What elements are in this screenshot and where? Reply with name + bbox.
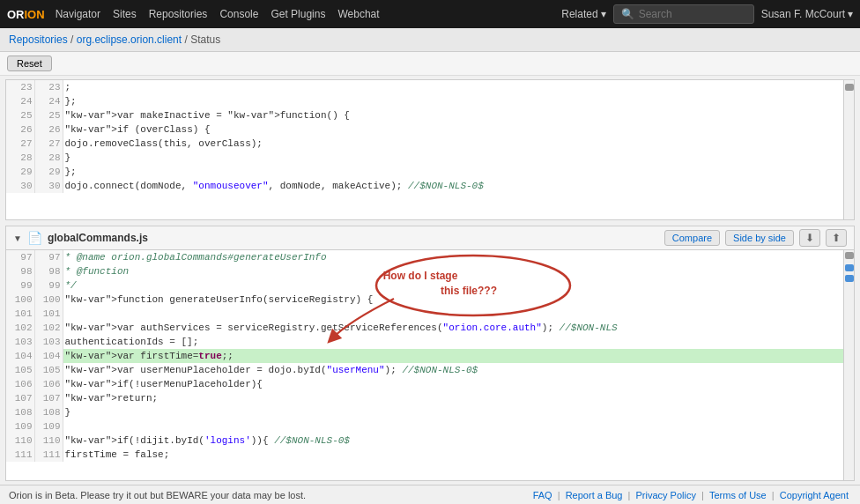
breadcrumb-repositories[interactable]: Repositories [9, 33, 68, 46]
line-code: }; [63, 165, 843, 179]
search-icon: 🔍 [621, 8, 634, 20]
compare-button[interactable]: Compare [664, 230, 720, 246]
line-code: } [63, 405, 843, 419]
nav-links: Navigator Sites Repositories Console Get… [56, 8, 562, 20]
statusbar-text: Orion is in Beta. Please try it out but … [9, 490, 306, 500]
nav-navigator[interactable]: Navigator [56, 8, 100, 20]
line-num-right: 111 [34, 448, 63, 462]
table-row: 100100 "kw-var">function generateUserInf… [6, 293, 843, 307]
table-row: 104104 "kw-var">var firstTime=true;; [6, 349, 843, 363]
line-code: */ [63, 278, 843, 293]
breadcrumb-current: Status [190, 33, 220, 46]
line-num-left: 26 [6, 122, 34, 137]
breadcrumb: Repositories / org.eclipse.orion.client … [0, 28, 860, 52]
line-num-left: 109 [6, 419, 34, 434]
chevron-down-icon: ▾ [848, 8, 853, 20]
line-num-right: 29 [34, 165, 63, 179]
line-num-left: 111 [6, 448, 34, 462]
line-code: "kw-var">if(!dijit.byId('logins')){ //$N… [63, 434, 843, 448]
line-code: authenticationIds = []; [63, 335, 843, 349]
nav-repositories[interactable]: Repositories [149, 8, 208, 20]
line-code: dojo.removeClass(this, overClass); [63, 137, 843, 151]
file2-name: globalCommands.js [48, 232, 148, 244]
line-num-left: 103 [6, 335, 34, 349]
line-num-left: 101 [6, 307, 34, 321]
line-num-left: 105 [6, 363, 34, 377]
line-code: * @name orion.globalCommands#generateUse… [63, 250, 843, 264]
line-num-right: 100 [34, 293, 63, 307]
statusbar-links: FAQ | Report a Bug | Privacy Policy | Te… [530, 490, 851, 500]
code-panel-1: 2323 ;2424 };2525 "kw-var">var makeInact… [5, 79, 855, 220]
code-body-1[interactable]: 2323 ;2424 };2525 "kw-var">var makeInact… [6, 80, 843, 219]
line-code: "kw-var">var userMenuPlaceholder = dojo.… [63, 363, 843, 377]
vertical-scrollbar-1[interactable] [843, 80, 854, 219]
table-row: 2525 "kw-var">var makeInactive = "kw-var… [6, 108, 843, 122]
table-row: 9797 * @name orion.globalCommands#genera… [6, 250, 843, 264]
table-row: 102102 "kw-var">var authServices = servi… [6, 321, 843, 335]
line-num-left: 108 [6, 405, 34, 419]
nav-webchat[interactable]: Webchat [337, 8, 379, 20]
upload-icon[interactable]: ⬆ [826, 229, 847, 247]
line-num-left: 23 [6, 80, 34, 94]
nav-getplugins[interactable]: Get Plugins [271, 8, 325, 20]
table-row: 2424 }; [6, 94, 843, 108]
table-row: 2929 }; [6, 165, 843, 179]
logo[interactable]: ORION [7, 8, 45, 21]
table-row: 3030 dojo.connect(domNode, "onmouseover"… [6, 179, 843, 193]
download-icon[interactable]: ⬇ [799, 229, 820, 247]
line-num-left: 30 [6, 179, 34, 193]
file2-header: ▼ 📄 globalCommands.js Compare Side by si… [5, 226, 855, 249]
report-bug-link[interactable]: Report a Bug [566, 490, 623, 500]
nav-console[interactable]: Console [219, 8, 258, 20]
line-code: }; [63, 94, 843, 108]
table-row: 105105 "kw-var">var userMenuPlaceholder … [6, 363, 843, 377]
code-body-2[interactable]: 9797 * @name orion.globalCommands#genera… [6, 250, 843, 480]
line-code: "kw-var">var makeInactive = "kw-var">fun… [63, 108, 843, 122]
table-row: 111111 firstTime = false; [6, 448, 843, 462]
line-num-right: 26 [34, 122, 63, 137]
faq-link[interactable]: FAQ [533, 490, 552, 500]
line-num-right: 110 [34, 434, 63, 448]
line-num-left: 107 [6, 391, 34, 405]
line-code: "kw-var">var authServices = serviceRegis… [63, 321, 843, 335]
line-num-left: 27 [6, 137, 34, 151]
collapse-triangle[interactable]: ▼ [13, 233, 22, 243]
line-num-right: 106 [34, 377, 63, 391]
copyright-agent-link[interactable]: Copyright Agent [780, 490, 849, 500]
line-code: "kw-var">if(!userMenuPlaceholder){ [63, 377, 843, 391]
privacy-policy-link[interactable]: Privacy Policy [635, 490, 695, 500]
search-box[interactable]: 🔍 [613, 4, 754, 24]
reset-button[interactable]: Reset [7, 56, 52, 71]
line-code: * @function [63, 264, 843, 278]
toolbar: Reset [0, 52, 860, 76]
line-num-left: 102 [6, 321, 34, 335]
nav-sites[interactable]: Sites [113, 8, 137, 20]
table-row: 106106 "kw-var">if(!userMenuPlaceholder)… [6, 377, 843, 391]
line-num-right: 28 [34, 151, 63, 165]
terms-of-use-link[interactable]: Terms of Use [709, 490, 767, 500]
line-num-right: 25 [34, 108, 63, 122]
user-menu[interactable]: Susan F. McCourt ▾ [761, 8, 853, 20]
line-num-right: 97 [34, 250, 63, 264]
right-area: Related ▾ 🔍 Susan F. McCourt ▾ [561, 4, 853, 24]
line-code: dojo.connect(domNode, "onmouseover", dom… [63, 179, 843, 193]
table-row: 2626 "kw-var">if (overClass) { [6, 122, 843, 137]
line-num-right: 105 [34, 363, 63, 377]
breadcrumb-project[interactable]: org.eclipse.orion.client [77, 33, 182, 46]
line-num-right: 24 [34, 94, 63, 108]
line-num-left: 25 [6, 108, 34, 122]
line-code: } [63, 151, 843, 165]
line-num-right: 30 [34, 179, 63, 193]
line-num-right: 27 [34, 137, 63, 151]
sidebyside-button[interactable]: Side by side [725, 230, 794, 246]
search-input[interactable] [639, 8, 745, 20]
line-num-left: 106 [6, 377, 34, 391]
table-row: 103103 authenticationIds = []; [6, 335, 843, 349]
chevron-down-icon: ▾ [601, 8, 606, 20]
line-num-left: 97 [6, 250, 34, 264]
line-num-right: 102 [34, 321, 63, 335]
related-button[interactable]: Related ▾ [561, 8, 605, 20]
vertical-scrollbar-2[interactable] [843, 250, 854, 480]
table-row: 110110 "kw-var">if(!dijit.byId('logins')… [6, 434, 843, 448]
horizontal-scrollbar-1[interactable] [6, 219, 854, 220]
